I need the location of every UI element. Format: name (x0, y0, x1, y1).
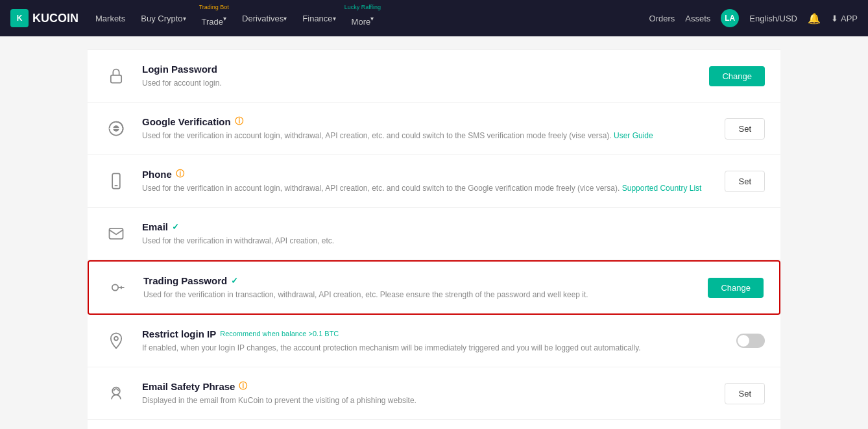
svg-point-6 (114, 337, 118, 341)
verified-icon: ✓ (231, 276, 238, 286)
trading-password-body: Trading Password ✓ Used for the verifica… (143, 275, 695, 300)
email-safety-phrase-desc: Displayed in the email from KuCoin to pr… (142, 395, 712, 406)
trading-password-item: Trading Password ✓ Used for the verifica… (88, 260, 780, 315)
assets-link[interactable]: Assets (685, 14, 710, 23)
phone-title: Phone ⓘ (142, 168, 712, 180)
svg-rect-4 (110, 228, 123, 239)
phone-icon (103, 168, 129, 194)
phone-action: Set (725, 171, 765, 192)
email-safety-icon (103, 380, 129, 406)
logo[interactable]: K KUCOIN (10, 9, 78, 27)
nav-buy-crypto[interactable]: Buy Crypto ▾ (134, 0, 192, 36)
nav-markets[interactable]: Markets (89, 0, 132, 36)
svg-point-5 (112, 284, 118, 290)
phone-body: Phone ⓘ Used for the verification in acc… (142, 168, 712, 194)
google-icon (103, 116, 129, 141)
nav-right: Orders Assets LA English/USD 🔔 ⬇ APP (649, 9, 858, 27)
trading-password-title: Trading Password ✓ (143, 275, 695, 286)
restrict-ip-body: Restrict login IP Recommend when balance… (142, 328, 723, 354)
chevron-down-icon: ▾ (183, 15, 186, 22)
login-password-action: Change (709, 66, 765, 86)
login-password-desc: Used for account login. (142, 77, 696, 89)
nav-trade[interactable]: Trading Bot Trade ▾ (195, 0, 233, 36)
avatar[interactable]: LA (721, 9, 739, 27)
info-icon: ⓘ (176, 168, 184, 180)
nav-derivatives-label: Derivatives (242, 14, 283, 23)
logo-text: KUCOIN (32, 12, 78, 25)
chevron-down-icon: ▾ (283, 15, 287, 22)
main-content: Login Password Used for account login. C… (77, 36, 791, 429)
chevron-down-icon: ▾ (370, 15, 374, 22)
nav-more-label: More (352, 17, 371, 27)
nav-derivatives[interactable]: Derivatives ▾ (235, 0, 293, 36)
login-password-body: Login Password Used for account login. (142, 64, 696, 89)
logo-icon: K (10, 9, 29, 27)
trading-password-icon (104, 275, 130, 300)
restrict-ip-title: Restrict login IP Recommend when balance… (142, 328, 723, 339)
email-safety-phrase-set-button[interactable]: Set (725, 383, 765, 404)
info-icon: ⓘ (239, 380, 247, 392)
nav-markets-label: Markets (95, 14, 125, 23)
login-password-item: Login Password Used for account login. C… (88, 49, 780, 103)
phone-item: Phone ⓘ Used for the verification in acc… (88, 155, 780, 208)
email-body: Email ✓ Used for the verification in wit… (142, 221, 752, 247)
restrict-ip-icon (103, 328, 129, 354)
email-safety-phrase-title: Email Safety Phrase ⓘ (142, 380, 712, 392)
phone-set-button[interactable]: Set (725, 171, 765, 192)
login-safety-phrase-item: Login Safety Phrase ⓘ Displayed in the l… (88, 420, 780, 429)
supported-country-link[interactable]: Supported Country List (622, 184, 702, 193)
google-verification-action: Set (725, 118, 765, 140)
restrict-ip-item: Restrict login IP Recommend when balance… (88, 315, 780, 367)
verified-icon: ✓ (172, 222, 179, 232)
trading-password-change-button[interactable]: Change (708, 278, 764, 298)
trading-password-desc: Used for the verification in transaction… (143, 289, 695, 300)
email-desc: Used for the verification in withdrawal,… (142, 235, 752, 247)
trading-bot-badge: Trading Bot (199, 4, 229, 10)
user-guide-link[interactable]: User Guide (614, 131, 653, 140)
google-verification-body: Google Verification ⓘ Used for the verif… (142, 116, 712, 141)
google-verification-desc: Used for the verification in account log… (142, 130, 712, 141)
orders-link[interactable]: Orders (649, 14, 675, 23)
bell-icon[interactable]: 🔔 (808, 12, 821, 25)
google-verification-title: Google Verification ⓘ (142, 116, 712, 127)
phone-desc: Used for the verification in account log… (142, 182, 712, 194)
recommend-badge: Recommend when balance >0.1 BTC (220, 330, 339, 337)
google-verification-set-button[interactable]: Set (725, 118, 765, 140)
svg-rect-2 (112, 173, 120, 188)
nav-buy-crypto-label: Buy Crypto (141, 14, 182, 23)
chevron-down-icon: ▾ (223, 15, 226, 22)
language-selector[interactable]: English/USD (749, 14, 797, 23)
trading-password-action: Change (708, 278, 764, 298)
nav-trade-label: Trade (202, 17, 223, 27)
email-safety-phrase-body: Email Safety Phrase ⓘ Displayed in the e… (142, 380, 712, 406)
lock-icon (103, 63, 129, 89)
lucky-raffling-badge: Lucky Raffling (344, 4, 381, 10)
svg-rect-0 (111, 75, 121, 83)
email-safety-phrase-action: Set (725, 383, 765, 404)
login-password-title: Login Password (142, 64, 696, 75)
login-password-change-button[interactable]: Change (709, 66, 765, 86)
restrict-ip-desc: If enabled, when your login IP changes, … (142, 342, 723, 354)
navbar: K KUCOIN Markets Buy Crypto ▾ Trading Bo… (0, 0, 868, 36)
google-verification-item: Google Verification ⓘ Used for the verif… (88, 103, 780, 155)
email-title: Email ✓ (142, 221, 752, 232)
app-button[interactable]: ⬇ APP (831, 14, 858, 23)
nav-finance[interactable]: Finance ▾ (296, 0, 342, 36)
nav-finance-label: Finance (302, 14, 332, 23)
info-icon: ⓘ (235, 116, 243, 127)
email-icon (103, 221, 129, 247)
chevron-down-icon: ▾ (333, 15, 336, 22)
nav-more[interactable]: Lucky Raffling More ▾ (345, 0, 381, 36)
restrict-ip-toggle[interactable] (736, 334, 765, 348)
email-safety-phrase-item: Email Safety Phrase ⓘ Displayed in the e… (88, 367, 780, 420)
email-item: Email ✓ Used for the verification in wit… (88, 208, 780, 260)
restrict-ip-action (736, 334, 765, 348)
download-icon: ⬇ (831, 14, 838, 23)
